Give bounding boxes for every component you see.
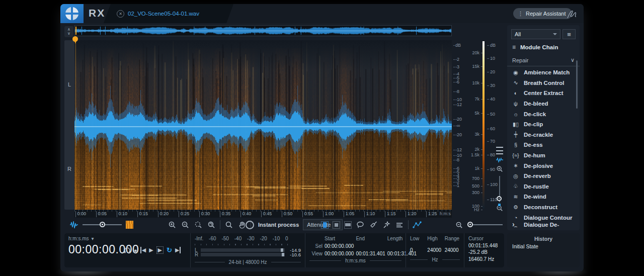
record-button[interactable]: ● [134,247,137,253]
module-label: De-bleed [524,101,548,107]
time-format-label: h:m:s.ms [68,236,89,241]
module-list-item[interactable]: ♧ De-rustle [507,181,580,192]
hamburger-icon: ≡ [567,31,571,38]
go-to-end-button[interactable]: ▶ [175,247,181,253]
playhead-line [75,40,76,210]
blend-slider[interactable] [83,224,122,225]
view-start-value[interactable]: 00:00:00.000 [325,251,354,256]
meter-scale-label: -10 [273,236,280,241]
freq-range-value[interactable]: 24000 [445,247,460,253]
blend-slider-thumb[interactable] [100,222,105,227]
signature-squiggle-icon[interactable] [565,8,580,20]
frequency-ruler[interactable]: 20k 15k 10k 7k 5k 3k 2k 1.5k 1k 700 500 [465,40,479,210]
playhead-marker[interactable] [72,36,78,42]
module-list-item[interactable]: ┿ De-crackle [507,130,580,140]
app-name: RX [89,7,105,19]
meter-scale-label: -20 [260,236,267,241]
meter-channel-label: R [195,252,199,257]
instant-process-radio[interactable] [246,221,254,229]
time-selection-tool[interactable] [321,221,329,229]
selection-header-end: End [356,236,385,241]
chevron-down-icon: ∨ [67,32,70,36]
module-icon: ┿ [512,131,519,138]
signal-node-tool[interactable] [413,220,422,229]
vertical-zoom-slider[interactable] [499,176,500,202]
module-list-item[interactable]: § De-ess [507,140,580,150]
repair-assistant-button[interactable]: ⋮ Repair Assistant [513,8,572,19]
play-button[interactable]: ▶ [149,247,153,253]
module-list-item[interactable]: ◎ De-reverb [507,171,580,181]
tab-close-icon[interactable]: ✕ [117,10,124,18]
freq-high-value[interactable]: 24000 [427,247,442,253]
title-bar: RX ✕ 02_VO-Scene05-04-01.wav ⋮ Repair As… [60,4,584,23]
magic-wand-tool[interactable] [382,220,391,229]
overview-waveform[interactable] [74,25,452,36]
hzoom-slider[interactable] [467,224,503,225]
level-meter-row: L -14.9 [195,248,301,252]
spectrogram-color-legend[interactable] [482,41,485,209]
module-list-item[interactable]: ◉ Ambience Match [507,67,580,78]
module-list-item[interactable]: ∿ Breath Control [507,78,580,88]
module-list-item[interactable]: ψ De-bleed [507,99,580,109]
zoom-out-time-icon[interactable] [181,220,190,229]
module-label: Dialogue Contour [524,215,572,221]
module-chain-icon: ≡ [512,44,516,51]
repair-section-header[interactable]: Repair ∨ [507,55,580,66]
view-end-value[interactable]: 00:01:31.401 [356,251,385,256]
module-list-item[interactable]: ☼ De-click [507,109,580,119]
meter-scale-label: 0 [285,236,288,241]
waveform-settings-icon[interactable] [496,157,504,163]
module-list-item[interactable]: {≈} De-hum [507,150,580,161]
freq-low-value[interactable]: 0 [410,247,425,253]
lasso-selection-tool[interactable] [356,220,365,229]
module-list-item[interactable]: ◐ Center Extract [507,88,580,99]
channel-view-toggle[interactable]: ∧ ∨ [64,26,73,37]
time-ruler[interactable]: 0:00 0:05 0:10 0:15 0:20 0:25 0:30 0:35 … [74,210,452,218]
module-list-item[interactable]: ∗ De-plosive [507,160,580,171]
channel-strip: L R [64,40,74,210]
selection-start-value[interactable]: 00:00:00.000 [325,243,354,249]
module-label: Dialogue De-reverb [524,222,575,227]
magnifier-tool-icon[interactable] [224,220,233,229]
freq-tick: 5k [465,111,480,116]
module-list-item[interactable]: ⚙ Deconstruct [507,202,580,213]
hzoom-slider-thumb[interactable] [467,222,473,227]
time-format-selector[interactable]: h:m:s.ms ▾ [68,236,186,241]
panel-scrollbar[interactable] [576,60,578,109]
zoom-in-vertical-icon[interactable] [496,165,503,172]
selection-end-value[interactable] [356,243,385,249]
hzoom-out-icon[interactable] [454,220,463,229]
waveform-blend-icon[interactable] [69,221,78,229]
panel-expand-chevron[interactable]: › [512,220,515,228]
module-filter-select[interactable]: All [511,29,560,39]
monitor-headphones-button[interactable] [124,247,131,253]
time-frequency-selection-tool[interactable] [333,221,340,229]
loop-button[interactable]: ↻ [167,246,172,254]
history-item[interactable]: Initial State [507,242,580,251]
freq-tick: 500 [465,183,480,189]
module-list-item[interactable]: ▮▯ De-clip [507,119,580,130]
frequency-selection-tool[interactable] [344,221,352,229]
file-format-label: 24-bit | 48000 Hz [195,259,301,265]
module-list-item[interactable]: ◔ Dialogue Contour [507,212,580,223]
play-selection-button[interactable]: ▶ [156,246,164,254]
amplitude-bars-tool[interactable] [395,220,404,229]
brush-selection-tool[interactable] [369,220,378,229]
zoom-reset-icon[interactable] [207,220,216,229]
amplitude-ruler[interactable]: dB -2 -3 -4 -5 -6 -8 -10 -12 -20 -∞ [453,40,466,210]
module-list-item[interactable]: ◍ Dialogue De-reverb [507,223,580,227]
spectrogram-settings-icon[interactable] [496,147,503,154]
panel-menu-button[interactable]: ≡ [562,29,576,39]
vertical-zoom-thumb[interactable] [497,196,502,201]
go-to-start-button[interactable]: ◀ [140,247,146,253]
zoom-selection-icon[interactable] [194,220,203,229]
time-tick: 0:30 [199,211,210,217]
module-label: Ambience Match [524,69,570,75]
module-chain-item[interactable]: ≡ Module Chain [507,39,580,55]
module-list-item[interactable]: ≋ De-wind [507,192,580,202]
file-tab[interactable]: ✕ 02_VO-Scene05-04-01.wav [104,4,233,23]
zoom-in-time-icon[interactable] [168,220,177,229]
spectrogram-canvas[interactable] [74,40,452,210]
screenshot-stage: RX ✕ 02_VO-Scene05-04-01.wav ⋮ Repair As… [0,0,644,276]
spectrogram-blend-icon[interactable] [126,221,133,229]
